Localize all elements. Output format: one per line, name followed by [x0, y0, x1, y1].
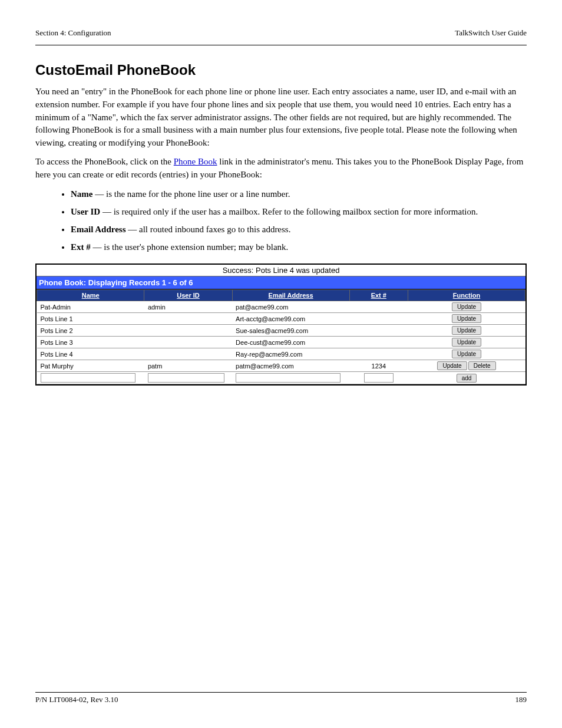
section-title: CustoEmail PhoneBook: [35, 62, 527, 78]
cell-name: Pots Line 3: [37, 337, 144, 348]
cell-ext: [349, 337, 408, 348]
update-button[interactable]: Update: [452, 326, 481, 335]
new-ext-input[interactable]: [364, 373, 394, 383]
update-button[interactable]: Update: [452, 314, 481, 323]
phonebook-table: Success: Pots Line 4 was updated Phone B…: [35, 263, 527, 386]
cell-email: Dee-cust@acme99.com: [232, 337, 349, 348]
cell-userid: [144, 313, 232, 325]
header-function: Function: [408, 290, 525, 301]
bullet-email: Email Address — all routed inbound faxes…: [71, 222, 527, 236]
cell-email: Art-acctg@acme99.com: [232, 313, 349, 325]
table-row: Pots Line 4Ray-rep@acme99.comUpdate: [37, 348, 525, 360]
cell-userid: patm: [144, 360, 232, 372]
bullet-name: Name — is the name for the phone line us…: [71, 187, 527, 201]
cell-userid: admin: [144, 301, 232, 313]
cell-function: Update: [408, 301, 525, 313]
delete-button[interactable]: Delete: [468, 361, 496, 370]
header-rule: [35, 45, 527, 45]
cell-ext: [349, 348, 408, 360]
add-button[interactable]: add: [457, 374, 477, 383]
status-message: Success: Pots Line 4 was updated: [37, 265, 525, 276]
cell-name: Pat Murphy: [37, 360, 144, 372]
header-email[interactable]: Email Address: [232, 290, 349, 301]
table-row: Pots Line 1Art-acctg@acme99.comUpdate: [37, 313, 525, 325]
table-row: Pat-Adminadminpat@acme99.comUpdate: [37, 301, 525, 313]
header-left: Section 4: Configuration: [35, 28, 111, 38]
bullet-ext: Ext # — is the user's phone extension nu…: [71, 240, 527, 254]
new-userid-input[interactable]: [148, 373, 224, 383]
cell-function: add: [408, 372, 525, 384]
cell-userid: [144, 337, 232, 348]
cell-email: Ray-rep@acme99.com: [232, 348, 349, 360]
cell-ext: [349, 313, 408, 325]
update-button[interactable]: Update: [437, 361, 467, 370]
header-ext[interactable]: Ext #: [349, 290, 408, 301]
update-button[interactable]: Update: [452, 338, 481, 347]
intro-paragraph: You need an "entry" in the PhoneBook for…: [35, 85, 527, 150]
table-title: Phone Book: Displaying Records 1 - 6 of …: [37, 276, 525, 289]
field-bullets: Name — is the name for the phone line us…: [35, 187, 527, 254]
cell-userid: [144, 348, 232, 360]
cell-ext: [349, 325, 408, 337]
update-button[interactable]: Update: [452, 350, 481, 358]
footer-rule: [35, 692, 527, 693]
cell-name: Pots Line 1: [37, 313, 144, 325]
table-row: Pat Murphypatmpatm@acme99.com1234UpdateD…: [37, 360, 525, 372]
table-row-new: add: [37, 372, 525, 384]
new-name-input[interactable]: [41, 373, 136, 383]
cell-function: Update: [408, 337, 525, 348]
cell-function: Update: [408, 325, 525, 337]
cell-ext: [349, 301, 408, 313]
table-row: Pots Line 2Sue-sales@acme99.comUpdate: [37, 325, 525, 337]
cell-ext: 1234: [349, 360, 408, 372]
access-paragraph: To access the PhoneBook, click on the Ph…: [35, 156, 527, 182]
cell-email: Sue-sales@acme99.com: [232, 325, 349, 337]
phonebook-link[interactable]: Phone Book: [174, 157, 217, 166]
cell-email: pat@acme99.com: [232, 301, 349, 313]
header-right: TalkSwitch User Guide: [455, 28, 527, 38]
cell-name: Pots Line 4: [37, 348, 144, 360]
cell-userid: [144, 325, 232, 337]
header-name[interactable]: Name: [37, 290, 144, 301]
cell-email: patm@acme99.com: [232, 360, 349, 372]
footer-left: P/N LIT0084-02, Rev 3.10: [35, 695, 118, 704]
table-row: Pots Line 3Dee-cust@acme99.comUpdate: [37, 337, 525, 348]
bullet-userid: User ID — is required only if the user h…: [71, 205, 527, 219]
update-button[interactable]: Update: [452, 302, 481, 311]
header-userid[interactable]: User ID: [144, 290, 232, 301]
new-email-input[interactable]: [236, 373, 340, 383]
cell-function: Update: [408, 313, 525, 325]
cell-name: Pots Line 2: [37, 325, 144, 337]
cell-function: Update: [408, 348, 525, 360]
cell-function: UpdateDelete: [408, 360, 525, 372]
footer-right: 189: [515, 695, 527, 704]
cell-name: Pat-Admin: [37, 301, 144, 313]
